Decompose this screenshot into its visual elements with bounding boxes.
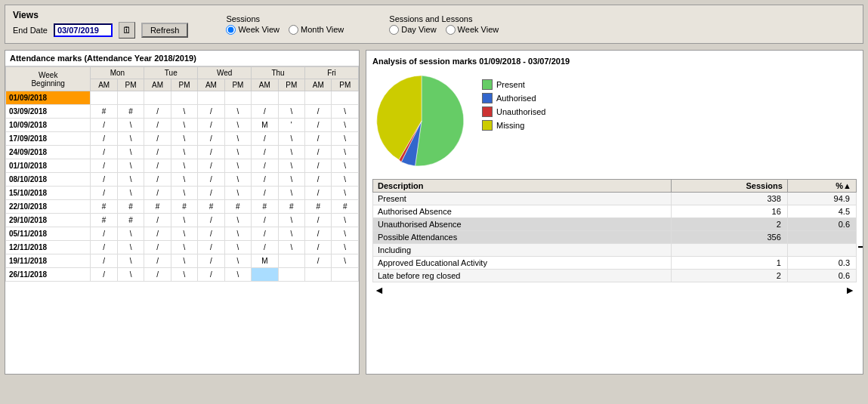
attendance-cell: \	[278, 132, 304, 146]
attendance-cell: \	[332, 159, 359, 173]
stats-pct-cell	[787, 231, 856, 244]
attendance-cell: \	[224, 241, 251, 254]
attendance-cell: #	[224, 200, 251, 214]
attendance-cell: \	[332, 132, 359, 146]
thu-pm: PM	[278, 79, 304, 91]
attendance-cell: \	[117, 241, 144, 254]
content-area: Attendance marks (Attendance Year 2018/2…	[5, 50, 863, 375]
attendance-cell	[198, 91, 224, 105]
arrow-line	[858, 246, 863, 248]
attendance-cell: \	[171, 268, 197, 282]
attendance-cell	[91, 91, 117, 105]
attendance-cell: \	[332, 227, 359, 241]
week-view-radio-label[interactable]: Week View	[226, 25, 280, 35]
week-view2-label: Week View	[458, 25, 499, 34]
mon-pm: PM	[117, 79, 144, 91]
legend-item-missing: Missing	[482, 120, 545, 131]
attendance-cell: /	[305, 227, 332, 241]
attendance-cell: /	[198, 146, 224, 159]
attendance-cell: /	[252, 241, 278, 254]
attendance-cell: #	[198, 200, 224, 214]
attendance-cell: \	[224, 227, 251, 241]
attendance-panel: Attendance marks (Attendance Year 2018/2…	[5, 50, 360, 375]
calendar-icon-button[interactable]: 🗓	[119, 22, 135, 39]
fri-header: Fri	[305, 67, 359, 79]
attendance-cell: \	[332, 173, 359, 187]
attendance-cell: #	[278, 200, 304, 214]
end-date-input[interactable]	[54, 23, 113, 37]
date-cell: 24/09/2018	[6, 146, 91, 159]
date-cell: 05/11/2018	[6, 227, 91, 241]
attendance-cell: \	[171, 159, 197, 173]
stats-row: Including	[373, 244, 857, 257]
attendance-cell: M	[252, 119, 278, 132]
table-scroll-bar[interactable]: ◄ ►	[372, 284, 857, 296]
date-cell: 22/10/2018	[6, 200, 91, 214]
attendance-cell: \	[278, 227, 304, 241]
table-row: 12/11/2018/\/\/\/\/\	[6, 241, 359, 254]
attendance-cell: #	[252, 200, 278, 214]
scroll-right-btn[interactable]: ►	[845, 284, 855, 296]
sessions-lessons-radio-group: Day View Week View	[389, 25, 499, 35]
table-row: 01/10/2018/\/\/\/\/\	[6, 159, 359, 173]
refresh-button[interactable]: Refresh	[141, 23, 189, 38]
attendance-cell: /	[144, 132, 171, 146]
stats-sessions-cell: 356	[672, 231, 787, 244]
attendance-cell: /	[144, 119, 171, 132]
day-view-label: Day View	[401, 25, 436, 34]
sessions-lessons-title: Sessions and Lessons	[389, 14, 499, 23]
table-row: 26/11/2018/\/\/\	[6, 268, 359, 282]
analysis-title: Analysis of session marks 01/09/2018 - 0…	[372, 57, 857, 66]
wed-header: Wed	[198, 67, 252, 79]
attendance-cell: \	[117, 173, 144, 187]
fri-am: AM	[305, 79, 332, 91]
attendance-cell	[332, 91, 359, 105]
stats-sessions-cell: 2	[672, 270, 787, 282]
attendance-cell: #	[144, 200, 171, 214]
stats-desc-cell: Approved Educational Activity	[373, 257, 672, 270]
stats-row: Present33894.9	[373, 193, 857, 205]
authorised-color	[482, 93, 493, 103]
date-cell: 29/10/2018	[6, 214, 91, 227]
attendance-cell	[252, 268, 278, 282]
week-view-radio[interactable]	[226, 25, 236, 35]
stats-table: Description Sessions %▲ Present33894.9Au…	[372, 179, 857, 282]
attendance-cell: \	[171, 146, 197, 159]
week-view2-radio[interactable]	[446, 25, 456, 35]
attendance-cell: \	[224, 159, 251, 173]
attendance-cell: \	[224, 119, 251, 132]
month-view-radio[interactable]	[289, 25, 298, 35]
attendance-cell	[144, 91, 171, 105]
week-view2-radio-label[interactable]: Week View	[446, 25, 499, 35]
attendance-cell: /	[252, 173, 278, 187]
attendance-cell: M	[252, 254, 278, 268]
date-cell: 19/11/2018	[6, 254, 91, 268]
stats-pct-cell: 0.3	[787, 257, 856, 270]
attendance-cell: /	[252, 227, 278, 241]
attendance-cell: /	[305, 254, 332, 268]
attendance-cell: /	[91, 132, 117, 146]
attendance-cell: \	[117, 187, 144, 200]
tue-header: Tue	[144, 67, 198, 79]
attendance-cell	[278, 254, 304, 268]
attendance-cell: /	[91, 119, 117, 132]
attendance-cell: /	[252, 105, 278, 119]
scroll-left-btn[interactable]: ◄	[374, 284, 385, 296]
day-view-radio[interactable]	[389, 25, 399, 35]
attendance-cell: \	[278, 105, 304, 119]
attendance-table-container[interactable]: WeekBeginning Mon Tue Wed Thu Fri AMPM A…	[5, 66, 359, 374]
attendance-cell: /	[252, 146, 278, 159]
month-view-radio-label[interactable]: Month View	[289, 25, 344, 35]
legend-item-authorised: Authorised	[482, 93, 545, 103]
stats-pct-cell: 0.6	[787, 218, 856, 231]
attendance-cell: /	[144, 146, 171, 159]
attendance-cell	[305, 91, 332, 105]
pie-section: Present Authorised Unauthorised Mis	[372, 72, 545, 170]
attendance-cell: /	[144, 227, 171, 241]
table-row: 08/10/2018/\/\/\/\/\	[6, 173, 359, 187]
attendance-cell: \	[278, 241, 304, 254]
attendance-cell: /	[144, 241, 171, 254]
analysis-content: Present Authorised Unauthorised Mis	[372, 72, 857, 170]
day-view-radio-label[interactable]: Day View	[389, 25, 436, 35]
stats-row: Possible Attendances356	[373, 231, 857, 244]
